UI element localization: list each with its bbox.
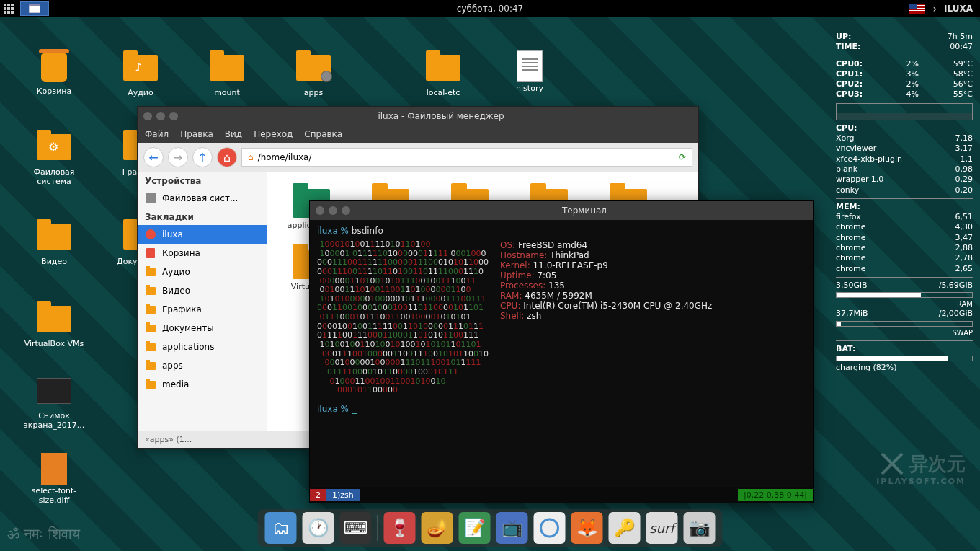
proc-value: 3,17 — [956, 144, 974, 154]
bookmark-label: Графика — [162, 304, 202, 314]
info-key: Hostname: — [500, 250, 547, 260]
file-manager-titlebar[interactable]: iluxa - Файловый менеджер — [138, 107, 698, 125]
desktop-icon-local-etc[interactable]: local-etc — [411, 50, 476, 97]
mem-proc-value: 2,78 — [956, 253, 974, 263]
bookmark-applications[interactable]: applications — [138, 338, 267, 356]
icon-label: VirtualBox VMs — [22, 339, 86, 348]
nav-back-button[interactable]: ← — [143, 147, 164, 167]
icon-label: select-font-size.diff — [22, 486, 86, 505]
folder-icon — [146, 268, 156, 276]
terminal-titlebar[interactable]: Терминал — [310, 201, 813, 220]
window-close-icon[interactable] — [143, 112, 152, 120]
icon-label: local-etc — [411, 88, 476, 97]
info-key: OS: — [500, 240, 515, 250]
bookmark-media[interactable]: media — [138, 375, 267, 394]
status-segment-window[interactable]: 2 — [310, 489, 326, 501]
taskbar-window-button[interactable] — [20, 1, 49, 16]
desktop-icon-аудио[interactable]: ♪Аудио — [108, 50, 173, 97]
menu-справка[interactable]: Справка — [304, 129, 342, 139]
bookmark-apps[interactable]: apps — [138, 356, 267, 375]
status-segment-shell[interactable]: 1)zsh — [326, 489, 360, 501]
battery-bar — [836, 356, 973, 361]
nav-forward-button[interactable]: → — [168, 147, 188, 167]
desktop-icon-корзина[interactable]: Корзина — [22, 50, 86, 96]
bookmark-видео[interactable]: Видео — [138, 281, 267, 300]
ram-used: 3,50GiB — [836, 281, 868, 291]
file-manager-sidebar: Устройства Файловая сист... Закладки ilu… — [138, 172, 267, 431]
window-minimize-icon[interactable] — [156, 112, 165, 120]
watermark-main: 异次元 — [909, 451, 966, 477]
chevron-right-icon[interactable]: › — [932, 3, 937, 14]
bookmark-графика[interactable]: Графика — [138, 300, 267, 319]
bookmark-iluxa[interactable]: iluxa — [138, 225, 267, 244]
window-maximize-icon[interactable] — [169, 112, 178, 120]
panel-clock[interactable]: суббота, 00:47 — [457, 4, 523, 14]
window-close-icon[interactable] — [316, 206, 324, 215]
icon-label: history — [497, 84, 562, 93]
diff-icon — [37, 453, 71, 482]
watermark-logo-icon — [879, 451, 905, 477]
dock-app-firefox[interactable]: 🦊 — [571, 512, 603, 544]
dock-app-term[interactable]: ⌨ — [340, 512, 372, 544]
info-value: Intel(R) Core(TM) i5-2430M CPU @ 2.40GHz — [523, 301, 712, 311]
bookmark-документы[interactable]: Документы — [138, 319, 267, 338]
dock-app-lamp[interactable]: 🪔 — [422, 512, 453, 544]
bookmark-корзина[interactable]: Корзина — [138, 244, 267, 263]
proc-value: 0,20 — [956, 185, 974, 195]
nav-up-button[interactable]: ↑ — [192, 147, 213, 167]
terminal-body[interactable]: iluxa % bsdinfo 1000101001111010110100 1… — [310, 220, 813, 487]
trash-icon — [37, 53, 71, 82]
window-minimize-icon[interactable] — [329, 206, 337, 215]
folder-icon — [210, 55, 244, 84]
info-value: FreeBSD amd64 — [518, 240, 587, 250]
desktop-icon-видео[interactable]: Видео — [22, 219, 86, 266]
desktop-icon-apps[interactable]: apps — [281, 50, 346, 97]
bookmark-label: Корзина — [162, 248, 200, 258]
info-value: 11.0-RELEASE-p9 — [533, 260, 608, 270]
reload-icon[interactable]: ⟳ — [679, 152, 686, 162]
menu-вид[interactable]: Вид — [225, 129, 242, 139]
dock-app-surf[interactable]: surf — [646, 512, 678, 544]
desktop-icon-mount[interactable]: mount — [195, 50, 259, 97]
desktop-icon-virtualbox-vms[interactable]: VirtualBox VMs — [22, 301, 86, 348]
svg-point-2 — [541, 519, 558, 537]
bookmark-label: media — [162, 379, 189, 389]
window-maximize-icon[interactable] — [342, 206, 350, 215]
dock-app-wine[interactable]: 🍷 — [384, 512, 416, 544]
bookmark-label: iluxa — [162, 229, 183, 239]
desktop-icon-снимок-экрана-2017-[interactable]: Снимок экрана_2017... — [22, 374, 86, 430]
menu-переход[interactable]: Переход — [254, 129, 293, 139]
desktop-icon-select-font-size-diff[interactable]: select-font-size.diff — [22, 453, 86, 505]
cpu-core-pct: 2% — [897, 79, 919, 89]
bookmark-аудио[interactable]: Аудио — [138, 263, 267, 281]
menu-файл[interactable]: Файл — [145, 129, 169, 139]
nav-home-button[interactable]: ⌂ — [217, 147, 237, 167]
info-value: 135 — [548, 281, 565, 291]
desktop-icon-файловая-система[interactable]: ⚙Файловая система — [22, 130, 86, 186]
proc-value: 0,98 — [956, 164, 974, 175]
desktop-icon-history[interactable]: history — [497, 50, 562, 93]
dock-app-files[interactable]: 🗂 — [265, 512, 297, 544]
path-bar[interactable]: ⌂ /home/iluxa/ ⟳ — [241, 148, 692, 167]
dock-app-chromium[interactable] — [534, 512, 566, 544]
applications-menu-button[interactable] — [0, 0, 17, 17]
dock-app-cast[interactable]: 📺 — [496, 512, 528, 544]
folder-icon — [146, 306, 156, 314]
keyboard-layout-flag-icon[interactable] — [909, 4, 925, 14]
folder-icon — [146, 362, 156, 370]
dock-app-editor[interactable]: 📝 — [459, 512, 491, 544]
menu-правка[interactable]: Правка — [180, 129, 213, 139]
dock-app-camera[interactable]: 📷 — [684, 512, 716, 544]
mem-proc-value: 6,51 — [956, 212, 974, 222]
ram-bar — [836, 292, 973, 298]
device-label: Файловая сист... — [162, 193, 238, 203]
file-manager-toolbar: ← → ↑ ⌂ ⌂ /home/iluxa/ ⟳ — [138, 143, 698, 172]
info-key: Kernel: — [500, 260, 530, 270]
sidebar-device-filesystem[interactable]: Файловая сист... — [138, 189, 267, 208]
dock-app-keepass[interactable]: 🔑 — [609, 512, 641, 544]
username-label[interactable]: ILUXA — [944, 4, 973, 14]
icon-label: Аудио — [108, 88, 173, 97]
info-value: 7:05 — [537, 270, 556, 281]
dock-app-clock[interactable]: 🕐 — [303, 512, 334, 544]
mem-proc-name: chrome — [836, 264, 866, 274]
